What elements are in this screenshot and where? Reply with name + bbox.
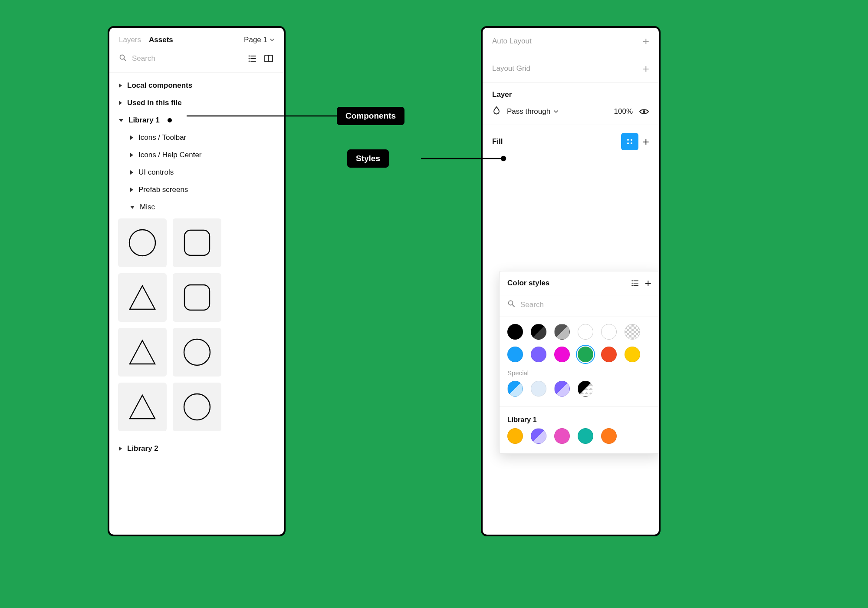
swatch-orange[interactable] (601, 428, 617, 444)
tree-icons-help[interactable]: Icons / Help Center (109, 146, 284, 164)
component-grid (109, 216, 284, 440)
svg-point-6 (249, 61, 250, 62)
component-triangle[interactable] (118, 328, 167, 377)
assets-panel: Layers Assets Page 1 Local com (108, 26, 286, 536)
tree-local-components[interactable]: Local components (109, 77, 284, 94)
blend-mode-select[interactable]: Pass through (507, 107, 558, 116)
component-rounded-square[interactable] (173, 273, 221, 322)
caret-right-icon (119, 83, 122, 88)
svg-point-2 (249, 56, 250, 57)
tree-label: Misc (140, 203, 155, 211)
properties-panel: Auto Layout + Layout Grid + Layer Pass t… (481, 26, 661, 536)
tree-prefab-screens[interactable]: Prefab screens (109, 181, 284, 198)
blend-mode-icon (492, 106, 501, 117)
add-layout-grid-button[interactable]: + (643, 63, 649, 74)
swatch-black-half-check[interactable] (578, 381, 593, 397)
page-selector-label: Page 1 (244, 36, 267, 44)
swatch-yellow[interactable] (625, 347, 640, 362)
swatch-amber[interactable] (507, 428, 523, 444)
caret-down-icon (119, 119, 123, 122)
page-selector[interactable]: Page 1 (244, 36, 274, 44)
swatch-transparent[interactable] (625, 324, 640, 340)
swatch-white-outline-2[interactable] (601, 324, 617, 340)
swatch-section-local: Special (500, 317, 659, 406)
assets-search-input[interactable] (132, 54, 241, 63)
section-fill: Fill + Color styles (483, 125, 659, 494)
swatch-blue[interactable] (507, 347, 523, 362)
tree-label: Prefab screens (138, 185, 188, 194)
swatch-purple[interactable] (531, 347, 546, 362)
assets-tree: Local components Used in this file Libra… (109, 73, 284, 468)
tree-label: Library 2 (127, 444, 158, 453)
caret-down-icon (130, 206, 135, 209)
list-view-icon[interactable] (629, 278, 641, 289)
blend-mode-value: Pass through (507, 107, 550, 116)
add-auto-layout-button[interactable]: + (643, 36, 649, 47)
swatch-pink[interactable] (554, 428, 570, 444)
swatch-teal[interactable] (578, 428, 593, 444)
swatch-purple-half[interactable] (554, 381, 570, 397)
styles-button[interactable] (621, 133, 638, 150)
panel-tabs: Layers Assets Page 1 (109, 28, 284, 49)
visibility-toggle[interactable] (639, 106, 649, 117)
styles-search-input[interactable] (520, 301, 651, 309)
tree-library-2[interactable]: Library 2 (109, 440, 284, 457)
color-styles-title: Color styles (507, 279, 549, 287)
swatch-magenta[interactable] (554, 347, 570, 362)
callout-components: Components (337, 107, 404, 125)
layout-grid-label: Layout Grid (492, 64, 530, 73)
tree-icons-toolbar[interactable]: Icons / Toolbar (109, 129, 284, 146)
svg-rect-9 (184, 230, 210, 255)
swatch-light-blue[interactable] (531, 381, 546, 397)
svg-point-18 (631, 280, 633, 281)
tab-layers[interactable]: Layers (119, 36, 141, 44)
callout-styles: Styles (347, 149, 389, 168)
library-icon[interactable] (263, 53, 274, 64)
swatch-blue-half[interactable] (507, 381, 523, 397)
component-rounded-square[interactable] (173, 218, 221, 267)
search-icon (119, 54, 127, 64)
caret-right-icon (119, 446, 122, 451)
swatch-lib-purple-half[interactable] (531, 428, 546, 444)
component-circle[interactable] (173, 383, 221, 431)
add-fill-button[interactable]: + (643, 136, 649, 147)
svg-point-13 (643, 110, 645, 113)
svg-point-22 (631, 285, 633, 286)
svg-point-20 (631, 283, 633, 284)
swatch-black[interactable] (507, 324, 523, 340)
special-label: Special (507, 369, 651, 377)
tree-label: Icons / Help Center (138, 151, 202, 159)
tree-misc[interactable]: Misc (109, 198, 284, 216)
svg-point-17 (631, 142, 632, 144)
svg-point-14 (627, 139, 629, 141)
section-layout-grid: Layout Grid + (483, 55, 659, 83)
component-triangle[interactable] (118, 273, 167, 322)
tab-assets[interactable]: Assets (149, 36, 173, 44)
svg-point-12 (184, 394, 210, 420)
color-styles-popover: Color styles + (499, 271, 660, 454)
component-circle[interactable] (118, 218, 167, 267)
add-style-button[interactable]: + (645, 278, 651, 289)
tree-label: Library 1 (128, 116, 160, 125)
swatch-grey-gloss[interactable] (554, 324, 570, 340)
swatch-black-gloss[interactable] (531, 324, 546, 340)
tree-ui-controls[interactable]: UI controls (109, 164, 284, 181)
tree-library-1[interactable]: Library 1 (109, 112, 284, 129)
component-circle[interactable] (173, 328, 221, 377)
swatch-green[interactable] (578, 347, 593, 362)
swatch-section-library1: Library 1 (500, 406, 659, 453)
styles-search-row (500, 295, 659, 317)
caret-right-icon (130, 188, 133, 192)
swatch-white-outline[interactable] (578, 324, 593, 340)
opacity-value[interactable]: 100% (614, 107, 633, 116)
swatch-red[interactable] (601, 347, 617, 362)
list-view-icon[interactable] (247, 53, 258, 64)
svg-point-8 (129, 230, 155, 256)
fill-label: Fill (492, 137, 503, 146)
component-triangle[interactable] (118, 383, 167, 431)
caret-right-icon (130, 170, 133, 175)
tree-label: Used in this file (127, 99, 182, 107)
tree-label: UI controls (138, 168, 174, 177)
tree-used-in-file[interactable]: Used in this file (109, 94, 284, 112)
section-auto-layout: Auto Layout + (483, 28, 659, 55)
